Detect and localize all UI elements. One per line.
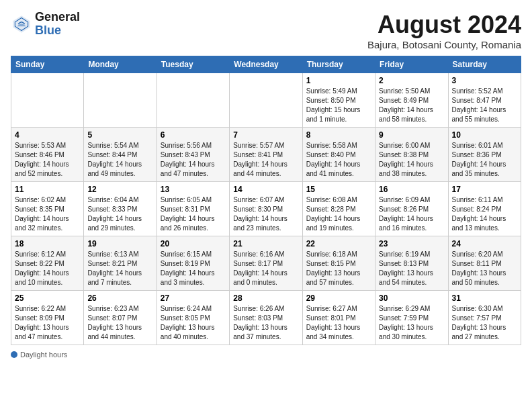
calendar-table: SundayMondayTuesdayWednesdayThursdayFrid… (11, 56, 521, 345)
day-number: 8 (306, 130, 371, 140)
calendar-cell: 3Sunrise: 5:52 AM Sunset: 8:47 PM Daylig… (448, 73, 521, 128)
title-block: August 2024 Bajura, Botosani County, Rom… (367, 11, 521, 50)
calendar-cell: 19Sunrise: 6:13 AM Sunset: 8:21 PM Dayli… (84, 236, 157, 291)
day-info: Sunrise: 6:05 AM Sunset: 8:31 PM Dayligh… (161, 195, 226, 233)
day-number: 10 (452, 130, 517, 140)
day-info: Sunrise: 5:58 AM Sunset: 8:40 PM Dayligh… (306, 141, 371, 179)
day-info: Sunrise: 6:09 AM Sunset: 8:26 PM Dayligh… (379, 195, 444, 233)
calendar-cell: 28Sunrise: 6:26 AM Sunset: 8:03 PM Dayli… (230, 291, 302, 345)
calendar-day-header: Wednesday (230, 56, 302, 73)
calendar-day-header: Saturday (448, 56, 521, 73)
calendar-cell (84, 73, 157, 128)
day-info: Sunrise: 6:23 AM Sunset: 8:07 PM Dayligh… (87, 304, 152, 342)
day-number: 4 (15, 130, 80, 140)
day-number: 16 (379, 185, 444, 194)
day-number: 31 (452, 293, 517, 303)
day-number: 19 (87, 239, 152, 248)
calendar-cell: 24Sunrise: 6:20 AM Sunset: 8:11 PM Dayli… (448, 236, 521, 291)
day-info: Sunrise: 5:57 AM Sunset: 8:41 PM Dayligh… (233, 141, 298, 179)
calendar-cell: 17Sunrise: 6:11 AM Sunset: 8:24 PM Dayli… (448, 182, 521, 236)
day-info: Sunrise: 6:30 AM Sunset: 7:57 PM Dayligh… (452, 304, 517, 342)
calendar-cell: 4Sunrise: 5:53 AM Sunset: 8:46 PM Daylig… (11, 128, 84, 182)
calendar-cell: 16Sunrise: 6:09 AM Sunset: 8:26 PM Dayli… (375, 182, 448, 236)
calendar-header-row: SundayMondayTuesdayWednesdayThursdayFrid… (11, 56, 521, 73)
day-info: Sunrise: 6:00 AM Sunset: 8:38 PM Dayligh… (379, 141, 444, 179)
logo-icon (11, 13, 32, 35)
calendar-cell: 15Sunrise: 6:08 AM Sunset: 8:28 PM Dayli… (302, 182, 375, 236)
calendar-week-row: 25Sunrise: 6:22 AM Sunset: 8:09 PM Dayli… (11, 291, 521, 345)
day-number: 24 (452, 239, 517, 248)
day-info: Sunrise: 6:13 AM Sunset: 8:21 PM Dayligh… (87, 250, 152, 287)
calendar-cell: 8Sunrise: 5:58 AM Sunset: 8:40 PM Daylig… (302, 128, 375, 182)
day-info: Sunrise: 6:07 AM Sunset: 8:30 PM Dayligh… (233, 195, 298, 233)
calendar-cell: 1Sunrise: 5:49 AM Sunset: 8:50 PM Daylig… (302, 73, 375, 128)
calendar-day-header: Sunday (11, 56, 84, 73)
page-header: General Blue August 2024 Bajura, Botosan… (11, 11, 521, 50)
day-number: 6 (161, 130, 226, 140)
calendar-cell: 2Sunrise: 5:50 AM Sunset: 8:49 PM Daylig… (375, 73, 448, 128)
day-number: 15 (306, 185, 371, 194)
day-info: Sunrise: 6:24 AM Sunset: 8:05 PM Dayligh… (161, 304, 226, 342)
calendar-cell (11, 73, 84, 128)
day-info: Sunrise: 6:29 AM Sunset: 7:59 PM Dayligh… (379, 304, 444, 342)
day-info: Sunrise: 6:02 AM Sunset: 8:35 PM Dayligh… (15, 195, 80, 233)
calendar-cell: 22Sunrise: 6:18 AM Sunset: 8:15 PM Dayli… (302, 236, 375, 291)
calendar-cell: 25Sunrise: 6:22 AM Sunset: 8:09 PM Dayli… (11, 291, 84, 345)
calendar-day-header: Monday (84, 56, 157, 73)
day-number: 17 (452, 185, 517, 194)
day-number: 26 (87, 293, 152, 303)
calendar-week-row: 18Sunrise: 6:12 AM Sunset: 8:22 PM Dayli… (11, 236, 521, 291)
calendar-cell: 20Sunrise: 6:15 AM Sunset: 8:19 PM Dayli… (157, 236, 229, 291)
footer-note: Daylight hours (11, 351, 521, 359)
day-info: Sunrise: 6:01 AM Sunset: 8:36 PM Dayligh… (452, 141, 517, 179)
calendar-cell: 5Sunrise: 5:54 AM Sunset: 8:44 PM Daylig… (84, 128, 157, 182)
daylight-label: Daylight hours (20, 351, 67, 359)
calendar-cell: 18Sunrise: 6:12 AM Sunset: 8:22 PM Dayli… (11, 236, 84, 291)
daylight-dot (11, 351, 17, 358)
calendar-cell: 23Sunrise: 6:19 AM Sunset: 8:13 PM Dayli… (375, 236, 448, 291)
day-number: 1 (306, 76, 371, 85)
calendar-cell: 30Sunrise: 6:29 AM Sunset: 7:59 PM Dayli… (375, 291, 448, 345)
logo: General Blue (11, 11, 80, 38)
day-info: Sunrise: 6:04 AM Sunset: 8:33 PM Dayligh… (87, 195, 152, 233)
day-number: 9 (379, 130, 444, 140)
calendar-cell: 27Sunrise: 6:24 AM Sunset: 8:05 PM Dayli… (157, 291, 229, 345)
day-number: 18 (15, 239, 80, 248)
calendar-day-header: Friday (375, 56, 448, 73)
day-info: Sunrise: 5:53 AM Sunset: 8:46 PM Dayligh… (15, 141, 80, 179)
day-info: Sunrise: 6:19 AM Sunset: 8:13 PM Dayligh… (379, 250, 444, 287)
day-info: Sunrise: 5:49 AM Sunset: 8:50 PM Dayligh… (306, 87, 371, 124)
day-number: 3 (452, 76, 517, 85)
day-number: 2 (379, 76, 444, 85)
day-number: 13 (161, 185, 226, 194)
day-info: Sunrise: 6:20 AM Sunset: 8:11 PM Dayligh… (452, 250, 517, 287)
day-number: 7 (233, 130, 298, 140)
day-info: Sunrise: 6:08 AM Sunset: 8:28 PM Dayligh… (306, 195, 371, 233)
calendar-cell: 14Sunrise: 6:07 AM Sunset: 8:30 PM Dayli… (230, 182, 302, 236)
day-number: 27 (161, 293, 226, 303)
day-info: Sunrise: 6:26 AM Sunset: 8:03 PM Dayligh… (233, 304, 298, 342)
day-info: Sunrise: 6:22 AM Sunset: 8:09 PM Dayligh… (15, 304, 80, 342)
calendar-cell: 6Sunrise: 5:56 AM Sunset: 8:43 PM Daylig… (157, 128, 229, 182)
day-info: Sunrise: 5:52 AM Sunset: 8:47 PM Dayligh… (452, 87, 517, 124)
calendar-cell: 26Sunrise: 6:23 AM Sunset: 8:07 PM Dayli… (84, 291, 157, 345)
calendar-cell: 10Sunrise: 6:01 AM Sunset: 8:36 PM Dayli… (448, 128, 521, 182)
calendar-cell: 31Sunrise: 6:30 AM Sunset: 7:57 PM Dayli… (448, 291, 521, 345)
logo-text: General Blue (35, 11, 80, 38)
day-number: 28 (233, 293, 298, 303)
day-number: 22 (306, 239, 371, 248)
day-info: Sunrise: 6:16 AM Sunset: 8:17 PM Dayligh… (233, 250, 298, 287)
day-info: Sunrise: 6:27 AM Sunset: 8:01 PM Dayligh… (306, 304, 371, 342)
day-info: Sunrise: 6:12 AM Sunset: 8:22 PM Dayligh… (15, 250, 80, 287)
calendar-cell: 29Sunrise: 6:27 AM Sunset: 8:01 PM Dayli… (302, 291, 375, 345)
day-number: 11 (15, 185, 80, 194)
day-info: Sunrise: 5:50 AM Sunset: 8:49 PM Dayligh… (379, 87, 444, 124)
calendar-day-header: Tuesday (157, 56, 229, 73)
day-number: 5 (87, 130, 152, 140)
daylight-legend: Daylight hours (11, 351, 67, 359)
day-number: 21 (233, 239, 298, 248)
day-number: 25 (15, 293, 80, 303)
calendar-week-row: 1Sunrise: 5:49 AM Sunset: 8:50 PM Daylig… (11, 73, 521, 128)
month-year-title: August 2024 (367, 11, 521, 39)
day-number: 23 (379, 239, 444, 248)
